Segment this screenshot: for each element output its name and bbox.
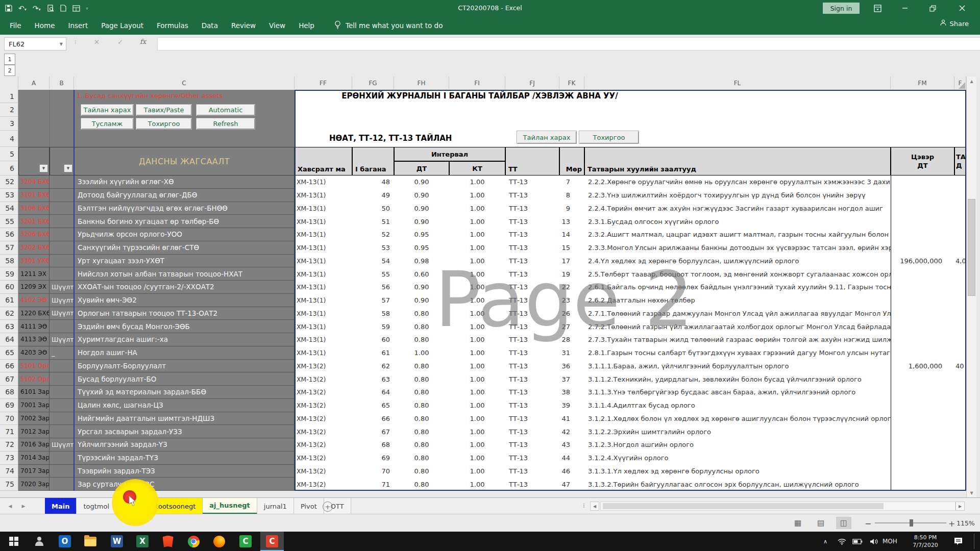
cell-column-i[interactable]: 63 <box>352 372 394 386</box>
cell-filter-tag[interactable] <box>50 228 74 241</box>
zoom-percentage[interactable]: 115% <box>957 519 975 527</box>
cell-tt-report[interactable]: ТТ-13 <box>505 189 559 202</box>
cell-row-number[interactable]: 41 <box>559 412 584 425</box>
cell-account-name[interactable]: Ногдол ашиг-НА <box>74 346 295 360</box>
th-net[interactable]: Цэвэр ДТ <box>891 147 954 176</box>
cell-filter-tag[interactable]: _ <box>50 346 74 360</box>
cell-row-number[interactable]: 15 <box>559 241 584 255</box>
cell-column-i[interactable]: 56 <box>352 281 394 294</box>
cell-interval-kt[interactable]: 1.00 <box>449 228 505 241</box>
cell-interval-kt[interactable]: 1.00 <box>449 399 505 412</box>
cell-interval-kt[interactable]: 1.00 <box>449 202 505 215</box>
cell-filter-tag[interactable] <box>50 267 74 281</box>
cell-filter-tag[interactable] <box>50 176 74 189</box>
cell-account-name[interactable]: Бусад борлуулалт-БО <box>74 372 295 386</box>
show-desktop-button[interactable] <box>974 534 974 549</box>
hscroll-left-icon[interactable]: ◀ <box>590 502 599 511</box>
cell-account-name[interactable]: Борлуулалт-Борлуулалт <box>74 360 295 373</box>
formula-input[interactable] <box>157 37 980 51</box>
row-header[interactable]: 54 <box>0 202 18 215</box>
cell-interval-dt[interactable]: 0.80 <box>394 465 449 478</box>
cell-filter-tag[interactable]: Шүүлт <box>50 333 74 346</box>
cell-account-code[interactable]: 7014 Зардал <box>18 452 50 465</box>
cell-appendix-form[interactable]: ХМ-13(1) <box>295 346 352 360</box>
row-header-4[interactable]: 4 <box>0 131 18 147</box>
cell-interval-kt[interactable]: 1.00 <box>449 281 505 294</box>
cell-law-clause[interactable]: 2.2.3.Үнэ шилжилтийн хоёрдогч тохируулгы… <box>584 189 891 202</box>
cell-tt-report[interactable]: ТТ-13 <box>505 320 559 333</box>
cell-interval-kt[interactable]: 1.00 <box>449 241 505 255</box>
row-header[interactable]: 60 <box>0 281 18 294</box>
page-layout-view-icon[interactable]: ▤ <box>813 517 828 529</box>
cell-filter-tag[interactable]: Шүүлт <box>50 294 74 307</box>
cell-account-name[interactable]: Хувийн өмч-ЭӨ2 <box>74 294 295 307</box>
column-header-B[interactable]: B <box>50 77 74 89</box>
tell-me-box[interactable]: Tell me what you want to do <box>334 20 443 31</box>
cell-net-dt[interactable] <box>891 202 954 215</box>
cell-net-dt[interactable] <box>891 189 954 202</box>
row-header[interactable]: 63 <box>0 320 18 333</box>
row-header-5[interactable]: 5 <box>0 147 18 161</box>
row-header[interactable]: 72 <box>0 438 18 452</box>
row-header[interactable]: 59 <box>0 267 18 281</box>
cell-row-number[interactable]: 9 <box>559 202 584 215</box>
cell-law-clause[interactable]: 2.8.1.Газрын тосны салбарт бүтээгдэхүүн … <box>584 346 891 360</box>
cell-row-number[interactable]: 26 <box>559 307 584 320</box>
row-header[interactable]: 68 <box>0 386 18 399</box>
wifi-icon[interactable] <box>835 532 848 551</box>
horizontal-scrollbar[interactable] <box>600 502 955 511</box>
cell-net-dt[interactable] <box>891 215 954 228</box>
cell-interval-dt[interactable]: 0.80 <box>394 425 449 438</box>
save-icon[interactable] <box>5 5 12 12</box>
cell-appendix-form[interactable]: ХМ-13(2) <box>295 425 352 438</box>
cell-next-col[interactable] <box>954 333 966 346</box>
cell-tt-report[interactable]: ТТ-13 <box>505 452 559 465</box>
cell-account-name[interactable]: Үйлчилгээний зардал-ҮЗ <box>74 438 295 452</box>
cell-column-i[interactable]: 60 <box>352 333 394 346</box>
cell-interval-dt[interactable]: 0.90 <box>394 215 449 228</box>
cell-next-col[interactable]: 40 <box>954 360 966 373</box>
cell-row-number[interactable]: 19 <box>559 267 584 281</box>
cell-interval-kt[interactable]: 1.00 <box>449 412 505 425</box>
cell-account-code[interactable]: 3101 БХӨТ <box>18 189 50 202</box>
cell-account-code[interactable]: 6101 Зардал <box>18 386 50 399</box>
cell-tt-report[interactable]: ТТ-13 <box>505 372 559 386</box>
cell-interval-kt[interactable]: 1.00 <box>449 386 505 399</box>
cell-row-number[interactable]: 28 <box>559 333 584 346</box>
cell-tt-report[interactable]: ТТ-13 <box>505 425 559 438</box>
cell-net-dt[interactable] <box>891 478 954 491</box>
cell-tt-report[interactable]: ТТ-13 <box>505 228 559 241</box>
column-header-FI[interactable]: FI <box>449 77 505 89</box>
cell-interval-kt[interactable]: 1.00 <box>449 372 505 386</box>
row-header[interactable]: 73 <box>0 452 18 465</box>
taskbar-clock[interactable]: 8:50 PM 7/7/2020 <box>908 534 943 549</box>
cell-filter-tag[interactable] <box>50 399 74 412</box>
cell-account-name[interactable]: Тээврийн зардал-ТЭЗ <box>74 465 295 478</box>
cell-next-col[interactable] <box>954 465 966 478</box>
ribbon-tab-help[interactable]: Help <box>292 16 321 35</box>
sheet-tab-tootsoonegt[interactable]: tootsoonegt <box>149 498 203 514</box>
cell-interval-kt[interactable]: 1.00 <box>449 255 505 268</box>
column-header-F[interactable]: F <box>954 77 966 89</box>
cell-row-number[interactable]: 17 <box>559 255 584 268</box>
column-header-FM[interactable]: FM <box>891 77 954 89</box>
cell-law-clause[interactable]: 2.7.3.Тухайн татварын жилд төлөөний газр… <box>584 333 891 346</box>
th-law[interactable]: Татварын хуулийн заалтууд <box>584 147 891 176</box>
cell-column-i[interactable]: 68 <box>352 438 394 452</box>
cell-account-code[interactable]: 7016 Зардал <box>18 438 50 452</box>
cell-law-clause[interactable]: 2.2.4.Төрийн өмчит аж ахуйн нэгжүүдээс З… <box>584 202 891 215</box>
cell-appendix-form[interactable]: ХМ-13(1) <box>295 189 352 202</box>
cell-net-dt[interactable] <box>891 281 954 294</box>
cell-filter-tag[interactable] <box>50 478 74 491</box>
cell-net-dt[interactable] <box>891 176 954 189</box>
app-c-red-icon[interactable]: C <box>260 532 284 551</box>
action-center-icon[interactable] <box>950 532 966 551</box>
cell-row-number[interactable]: 22 <box>559 281 584 294</box>
column-header-FK[interactable]: FK <box>559 77 584 89</box>
cell-filter-tag[interactable] <box>50 202 74 215</box>
cell-filter-tag[interactable] <box>50 360 74 373</box>
tray-expand-icon[interactable]: ∧ <box>819 532 832 551</box>
start-button[interactable] <box>2 532 26 551</box>
cell-account-code[interactable]: 1220 БХӨТ <box>18 307 50 320</box>
cell-law-clause[interactable]: 3.1.3.1.Үл хөдлөх эд хөрөнгө борлуулсны … <box>584 465 891 478</box>
